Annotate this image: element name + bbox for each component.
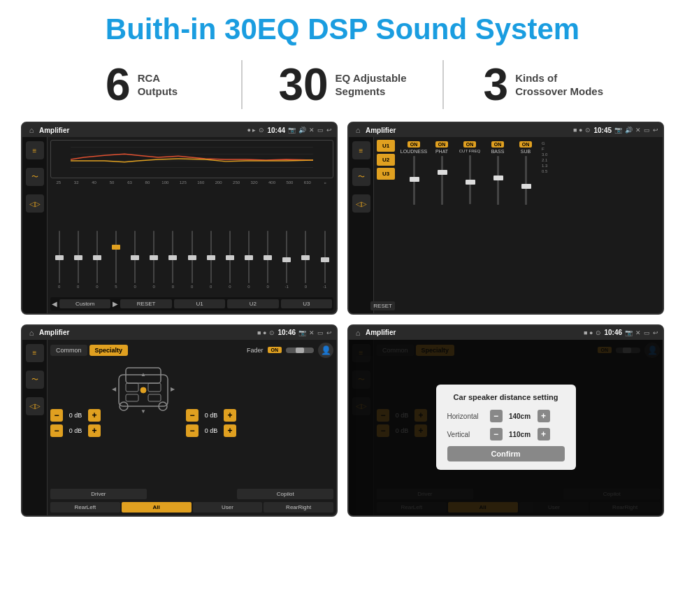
distance-dialog-overlay: Car speaker distance setting Horizontal … [349,340,663,516]
screen-eq: ⌂ Amplifier ● ▸ ⊙ 10:44 📷 🔊 ✕ ▭ ↩ ≡ 〜 ◁▷ [21,122,338,315]
svg-text:▶: ▶ [171,386,175,392]
horizontal-label: Horizontal [447,413,486,420]
minus-btn-3[interactable]: − [186,409,199,422]
freq-hz4-label: 0.5 [542,169,547,173]
amp-preset-u3[interactable]: U3 [377,168,395,180]
eq-slider-320[interactable]: 0 [259,231,277,294]
eq-preset-u2[interactable]: U2 [227,299,278,308]
horizontal-plus[interactable]: + [538,410,550,422]
home-icon-1[interactable]: ⌂ [27,125,36,135]
amp-preset-u2[interactable]: U2 [377,154,395,166]
spk-tabs: Common Specialty [50,345,128,356]
rect-icon-2: ▭ [644,127,650,134]
cutfreq-label: CUT FREQ [459,149,481,153]
eq-slider-25[interactable]: 0 [50,231,68,294]
eq-slider-80[interactable]: 0 [145,231,163,294]
eq-slider-50[interactable]: 5 [107,231,124,294]
eq-slider-125[interactable]: 0 [183,231,201,294]
btn-all[interactable]: All [122,502,192,513]
screen2-time: 10:45 [593,127,612,134]
confirm-button[interactable]: Confirm [447,446,565,461]
bass-label: BASS [491,149,505,154]
loudness-on[interactable]: ON [408,141,421,148]
screen2-content: ≡ 〜 ◁▷ U1 U2 U3 RESET ON LOUDNESS [349,137,663,313]
plus-btn-2[interactable]: + [88,424,101,437]
eq-slider-63[interactable]: 0 [127,231,144,294]
eq-slider-160[interactable]: 0 [202,231,219,294]
fader-slider[interactable] [286,348,314,353]
stat-eq-label: EQ AdjustableSegments [336,71,407,99]
sidebar-eq-btn-2[interactable]: ≡ [352,141,370,159]
dialog-title: Car speaker distance setting [447,393,565,401]
back-icon-4[interactable]: ↩ [653,329,658,336]
eq-preset-custom[interactable]: Custom [59,299,110,308]
sidebar-vol-btn-3[interactable]: ◁▷ [26,397,44,415]
eq-slider-100[interactable]: 0 [164,231,182,294]
svg-rect-9 [148,383,161,392]
vertical-plus[interactable]: + [538,428,550,440]
minus-btn-2[interactable]: − [50,424,63,437]
spk-fader-row: Fader ON 👤 [247,343,333,358]
btn-copilot[interactable]: Copilot [237,489,333,499]
btn-rearright[interactable]: RearRight [264,502,333,513]
tab-specialty[interactable]: Specialty [89,345,129,356]
stat-rca-number: 6 [106,62,131,107]
fader-on-badge[interactable]: ON [268,347,282,353]
plus-btn-1[interactable]: + [88,409,101,422]
eq-slider-630[interactable]: -1 [316,231,333,294]
status-bar-3: ⌂ Amplifier ■ ● ⊙ 10:46 📷 ✕ ▭ ↩ [22,326,336,340]
svg-text:▲: ▲ [140,371,146,378]
btn-user[interactable]: User [193,502,263,513]
screen2-title: Amplifier [366,127,570,134]
vol-icon-2: 🔊 [625,127,633,134]
eq-preset-reset[interactable]: RESET [120,299,171,308]
back-icon-2[interactable]: ↩ [653,127,658,134]
horizontal-row: Horizontal − 140cm + [447,410,565,422]
location-icon-4: ⊙ [596,329,601,336]
eq-slider-250[interactable]: 0 [240,231,257,294]
eq-slider-500[interactable]: 0 [297,231,315,294]
minus-btn-1[interactable]: − [50,409,63,422]
sidebar-wave-btn-2[interactable]: 〜 [352,168,370,186]
sub-on[interactable]: ON [519,141,533,148]
eq-preset-u1[interactable]: U1 [174,299,225,308]
screen1-content: ≡ 〜 ◁▷ [22,137,336,313]
sidebar-vol-btn[interactable]: ◁▷ [26,194,44,213]
eq-preset-u3[interactable]: U3 [281,299,332,308]
cutfreq-on[interactable]: ON [463,141,477,148]
horizontal-minus[interactable]: − [490,410,503,422]
bass-on[interactable]: ON [491,141,505,148]
plus-btn-3[interactable]: + [224,409,236,422]
sidebar-wave-btn-3[interactable]: 〜 [26,371,44,389]
sidebar-eq-btn-3[interactable]: ≡ [26,344,44,362]
cam-icon-4: 📷 [625,329,633,336]
eq-slider-32[interactable]: 0 [69,231,87,294]
next-arrow[interactable]: ▶ [113,300,118,308]
location-icon-3: ⊙ [269,329,275,336]
btn-driver[interactable]: Driver [50,489,147,499]
minus-btn-4[interactable]: − [186,424,199,437]
btn-rearleft[interactable]: RearLeft [50,502,120,513]
vol-icon-1: 🔊 [298,127,306,134]
plus-btn-4[interactable]: + [224,424,236,437]
amp-preset-u1[interactable]: U1 [377,140,395,152]
prev-arrow[interactable]: ◀ [52,300,57,308]
eq-slider-40[interactable]: 0 [88,231,106,294]
db-val-2: 0 dB [66,427,85,434]
sidebar-eq-btn[interactable]: ≡ [26,141,44,159]
amp-reset-btn[interactable]: RESET [370,301,395,310]
vertical-minus[interactable]: − [490,428,503,440]
sidebar-vol-btn-2[interactable]: ◁▷ [352,194,370,213]
home-icon-3[interactable]: ⌂ [27,328,36,338]
tab-common[interactable]: Common [50,345,87,356]
back-icon-3[interactable]: ↩ [326,329,332,336]
phat-on[interactable]: ON [435,141,449,148]
eq-slider-400[interactable]: -1 [278,231,296,294]
home-icon-2[interactable]: ⌂ [353,125,363,135]
sidebar-wave-btn[interactable]: 〜 [26,168,44,186]
vertical-label: Vertical [447,431,486,438]
eq-slider-200[interactable]: 0 [221,231,238,294]
home-icon-4[interactable]: ⌂ [353,328,363,338]
back-icon-1[interactable]: ↩ [326,127,332,134]
svg-point-12 [140,387,146,393]
